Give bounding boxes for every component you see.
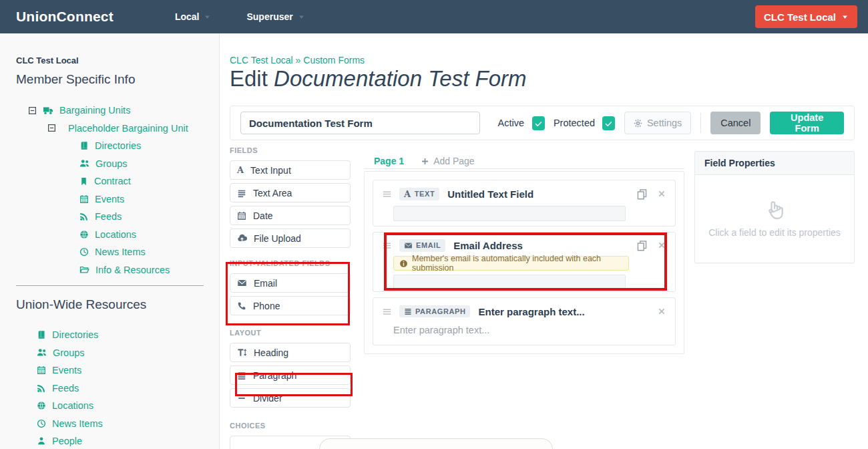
- update-form-button[interactable]: Update Form: [770, 112, 844, 134]
- sidebar-item-union-people[interactable]: People: [0, 432, 219, 449]
- palette-item-paragraph[interactable]: Paragraph: [230, 365, 351, 385]
- sidebar-union-section-title: Union-Wide Resources: [16, 297, 219, 312]
- palette-item-heading[interactable]: Heading: [230, 343, 351, 362]
- palette-item-date[interactable]: Date: [230, 206, 351, 225]
- sidebar-item-union-events[interactable]: Events: [0, 361, 219, 380]
- field-title: Untitled Text Field: [447, 188, 533, 200]
- palette-item-file-upload[interactable]: File Upload: [230, 229, 351, 248]
- caret-down-icon: [204, 13, 211, 21]
- sidebar-item-unit-directories[interactable]: Directories: [0, 137, 219, 155]
- settings-button[interactable]: Settings: [624, 112, 691, 134]
- field-preview-input: [393, 206, 626, 221]
- copy-icon[interactable]: [636, 188, 648, 200]
- envelope-icon: [237, 278, 247, 288]
- field-card-paragraph[interactable]: PARAGRAPH Enter paragraph text... Enter …: [373, 297, 676, 345]
- rss-icon: [79, 212, 89, 221]
- person-icon: [37, 436, 46, 446]
- grip-icon[interactable]: [382, 307, 392, 317]
- letter-a-icon: A: [237, 166, 244, 174]
- grip-icon[interactable]: [382, 241, 392, 251]
- minus-square-icon[interactable]: [47, 124, 56, 132]
- book-icon: [79, 141, 89, 150]
- email-auto-include-alert: Member's email is automatically included…: [393, 256, 629, 271]
- envelope-icon: [404, 241, 413, 250]
- minus-square-icon[interactable]: [28, 106, 37, 115]
- paragraph-lines-icon: [237, 371, 246, 380]
- palette-section-layout: LAYOUT: [230, 329, 351, 337]
- sidebar-item-unit-locations[interactable]: Locations: [0, 226, 219, 244]
- palette-item-email[interactable]: Email: [230, 273, 351, 293]
- breadcrumb-separator: »: [296, 55, 301, 65]
- top-navbar: UnionConnect Local Superuser CLC Test Lo…: [0, 0, 868, 33]
- sidebar-item-unit-groups[interactable]: Groups: [0, 155, 219, 173]
- breadcrumb: CLC Test Local » Custom Forms: [230, 55, 365, 65]
- nav-menu-superuser[interactable]: Superuser: [246, 11, 304, 22]
- folder-open-icon: [79, 265, 89, 275]
- clock-icon: [37, 419, 46, 428]
- close-icon[interactable]: [657, 189, 666, 198]
- calendar-icon: [237, 211, 246, 220]
- form-name-input[interactable]: [240, 112, 480, 134]
- field-preview-input: [393, 275, 626, 289]
- field-card-email[interactable]: EMAIL Email Address Member's email is au…: [373, 232, 676, 292]
- check-icon: [534, 119, 543, 128]
- palette-item-text-area[interactable]: Text Area: [230, 183, 351, 202]
- sidebar-item-unit-feeds[interactable]: Feeds: [0, 208, 219, 226]
- page-tabs: Page 1 Add Page: [364, 154, 684, 169]
- sidebar-local-name: CLC Test Local: [16, 55, 219, 65]
- book-icon: [37, 330, 46, 339]
- sidebar-item-unit-info-resources[interactable]: Info & Resources: [0, 261, 219, 279]
- bottom-partial-panel: [319, 438, 553, 449]
- palette-item-text-input[interactable]: A Text Input: [230, 160, 351, 180]
- gear-icon: [634, 119, 642, 128]
- calendar-icon: [79, 194, 89, 204]
- palette-section-fields: FIELDS: [230, 146, 351, 154]
- breadcrumb-parent-link[interactable]: CLC Test Local: [230, 55, 293, 65]
- app-brand[interactable]: UnionConnect: [16, 9, 114, 25]
- sidebar-item-placeholder-unit[interactable]: Placeholder Bargaining Unit: [0, 120, 219, 138]
- sidebar-divider: [16, 285, 204, 286]
- caret-down-icon: [841, 13, 849, 21]
- sidebar-item-bargaining-units[interactable]: Bargaining Units: [0, 102, 219, 120]
- phone-icon: [237, 301, 246, 311]
- sidebar: CLC Test Local Member Specific Info Barg…: [0, 33, 220, 449]
- field-card-header: EMAIL Email Address: [382, 239, 666, 252]
- field-properties-panel: Field Properties Click a field to edit i…: [694, 151, 855, 263]
- form-canvas: Page 1 Add Page A TEXT Untitled Text Fie…: [364, 154, 684, 354]
- plus-icon: [421, 157, 429, 166]
- cancel-button[interactable]: Cancel: [710, 112, 761, 134]
- canvas-page-container: A TEXT Untitled Text Field EMAIL Email A…: [364, 171, 684, 354]
- sidebar-item-unit-news-items[interactable]: News Items: [0, 243, 219, 261]
- header-divider: [700, 113, 701, 133]
- add-page-button[interactable]: Add Page: [421, 156, 475, 166]
- sidebar-item-unit-contract[interactable]: Contract: [0, 172, 219, 190]
- field-type-badge: A TEXT: [399, 188, 439, 200]
- grip-icon[interactable]: [382, 189, 392, 199]
- field-card-header: A TEXT Untitled Text Field: [382, 187, 666, 200]
- sidebar-tree: Bargaining Units Placeholder Bargaining …: [0, 102, 219, 279]
- active-checkbox[interactable]: [532, 116, 545, 130]
- tab-page-1[interactable]: Page 1: [374, 156, 404, 166]
- copy-icon[interactable]: [636, 240, 648, 251]
- nav-menu-local[interactable]: Local: [175, 11, 212, 22]
- sidebar-item-unit-events[interactable]: Events: [0, 190, 219, 208]
- palette-item-divider[interactable]: Divider: [230, 388, 351, 408]
- close-icon[interactable]: [657, 307, 666, 316]
- field-properties-title: Field Properties: [695, 152, 854, 175]
- local-selector-button[interactable]: CLC Test Local: [755, 5, 857, 28]
- protected-checkbox[interactable]: [602, 116, 615, 130]
- bookmark-icon: [79, 177, 88, 186]
- field-card-text[interactable]: A TEXT Untitled Text Field: [373, 180, 676, 227]
- sidebar-item-union-directories[interactable]: Directories: [0, 326, 219, 344]
- field-type-badge: EMAIL: [399, 239, 445, 252]
- field-properties-empty-text: Click a field to edit its properties: [708, 227, 841, 238]
- sidebar-item-union-feeds[interactable]: Feeds: [0, 380, 219, 398]
- truck-icon: [43, 105, 53, 116]
- protected-label: Protected: [554, 118, 595, 128]
- sidebar-item-union-news-items[interactable]: News Items: [0, 415, 219, 433]
- sidebar-item-union-locations[interactable]: Locations: [0, 397, 219, 415]
- breadcrumb-current-link[interactable]: Custom Forms: [303, 55, 365, 65]
- sidebar-item-union-groups[interactable]: Groups: [0, 344, 219, 362]
- close-icon[interactable]: [657, 241, 666, 250]
- palette-item-phone[interactable]: Phone: [230, 296, 351, 315]
